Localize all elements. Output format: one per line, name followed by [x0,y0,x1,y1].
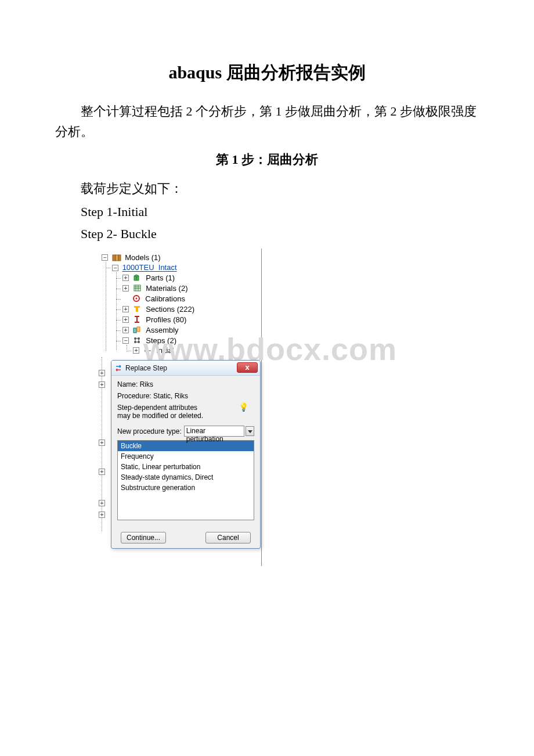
step1-heading: 第 1 步：屈曲分析 [55,151,479,168]
chevron-down-icon[interactable] [246,426,254,436]
procedure-row: Procedure: Static, Riks [117,392,254,400]
tree-item-initial[interactable]: + Initial [133,345,261,355]
plus-icon[interactable]: + [99,512,105,518]
assembly-icon [133,326,142,334]
procedure-value: Static, Riks [153,392,188,400]
dialog-body: Name: Riks Procedure: Static, Riks Step-… [111,376,260,526]
plus-icon[interactable]: + [99,381,105,388]
tree-item-materials[interactable]: + Materials (2) [122,283,261,293]
svg-rect-2 [118,255,121,261]
minus-icon[interactable]: − [102,254,108,261]
plus-icon[interactable]: + [99,370,105,376]
hint-line2: may be modified or deleted. [117,412,254,420]
screenshot-container: www.bdocx.com − Models (1) − 1000TEU_Int… [88,249,401,566]
name-value: Riks [140,380,153,388]
step1-line: Step 1-Initial [55,204,479,219]
bulb-icon: 💡 [239,402,248,412]
dialog-buttons: Continue... Cancel [111,526,260,548]
profiles-icon [133,315,142,323]
models-icon [112,254,121,262]
close-button[interactable]: x [237,362,258,373]
materials-icon [133,284,142,292]
tree-label: Initial [156,346,174,355]
sections-icon [133,305,142,313]
new-procedure-row: New procedure type: Linear perturbation [117,426,254,437]
plus-icon[interactable]: + [122,275,129,281]
name-label: Name: [117,380,138,388]
step2-line: Step 2- Buckle [55,226,479,242]
plus-icon[interactable]: + [122,327,129,333]
tree-item-assembly[interactable]: + Assembly [122,325,261,335]
tree-label: Sections (222) [146,305,194,314]
svg-rect-8 [134,328,136,333]
steps-icon [133,336,142,344]
calibrations-icon [132,294,142,303]
hint-row: Step-dependent attributes may be modifie… [117,404,254,420]
svg-rect-9 [137,327,140,332]
svg-rect-0 [113,255,116,261]
parts-icon [133,273,142,282]
plus-icon[interactable]: + [133,347,139,354]
name-row: Name: Riks [117,380,254,388]
cancel-button[interactable]: Cancel [205,532,251,543]
load-def-line: 载荷步定义如下： [55,180,479,197]
replace-step-icon [114,364,124,372]
tree-item-models[interactable]: − Models (1) − 1000TEU_Intact + [102,252,261,357]
svg-rect-1 [116,255,118,261]
procedure-listbox[interactable]: Buckle Frequency Static, Linear perturba… [117,440,254,520]
initial-step-icon [143,347,153,355]
tree-item-calibrations[interactable]: Calibrations [122,293,261,304]
svg-point-14 [145,350,147,352]
list-item-substructure[interactable]: Substructure generation [118,483,254,493]
plus-icon[interactable]: + [99,500,105,506]
continue-button[interactable]: Continue... [121,532,166,543]
page-title: abaqus 屈曲分析报告实例 [55,61,479,85]
dialog-titlebar[interactable]: Replace Step x [111,361,260,376]
tree-label: Calibrations [145,294,185,303]
list-item-frequency[interactable]: Frequency [118,451,254,462]
list-item-steady[interactable]: Steady-state dynamics, Direct [118,472,254,483]
tree-label: Parts (1) [146,273,175,282]
tree-label: Profiles (80) [146,315,186,324]
document-page: abaqus 屈曲分析报告实例 整个计算过程包括 2 个分析步，第 1 步做屈曲… [0,0,534,601]
tree-label: Models (1) [125,253,160,262]
dialog-title-text: Replace Step [125,364,167,372]
svg-rect-3 [134,285,140,291]
intro-paragraph: 整个计算过程包括 2 个分析步，第 1 步做屈曲分析，第 2 步做极限强度分析。 [55,101,479,142]
tree-label: Steps (2) [146,336,176,345]
new-procedure-label: New procedure type: [117,427,182,435]
svg-rect-7 [136,308,138,312]
plus-icon[interactable]: + [122,316,129,323]
model-tree: − Models (1) − 1000TEU_Intact + [88,251,261,357]
plus-icon[interactable]: + [122,285,129,291]
hint-line1: Step-dependent attributes [117,404,254,412]
plus-icon[interactable]: + [99,440,105,446]
tree-label: Assembly [146,326,178,334]
minus-icon[interactable]: − [112,265,118,271]
tree-item-profiles[interactable]: + Profiles (80) [122,314,261,325]
plus-icon[interactable]: + [99,469,105,475]
plus-icon[interactable]: + [122,306,129,312]
replace-step-dialog: Replace Step x Name: Riks Procedure: Sta… [111,360,261,549]
procedure-type-select[interactable]: Linear perturbation [184,426,244,437]
minus-icon[interactable]: − [122,337,129,344]
tree-item-parts[interactable]: + Parts (1) [122,272,261,283]
tree-item-model-name[interactable]: − 1000TEU_Intact + Parts (1) [112,262,261,357]
list-item-static-lp[interactable]: Static, Linear perturbation [118,462,254,472]
svg-point-5 [135,298,137,300]
tree-item-steps[interactable]: − Steps (2) + [122,335,261,356]
tree-label: Materials (2) [146,284,187,293]
tree-label: 1000TEU_Intact [122,264,177,272]
procedure-type-value: Linear perturbation [186,427,223,443]
procedure-label: Procedure: [117,392,151,400]
svg-rect-6 [134,306,140,308]
tree-item-sections[interactable]: + Sections (222) [122,304,261,314]
